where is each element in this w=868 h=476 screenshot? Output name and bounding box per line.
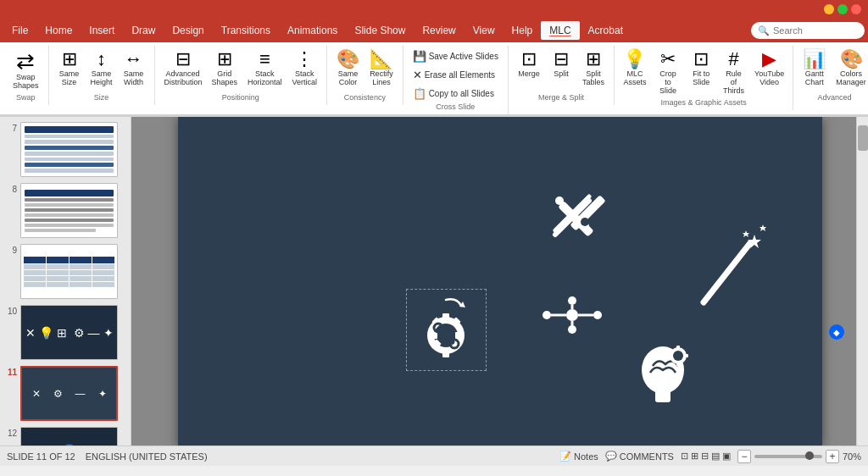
gantt-chart-button[interactable]: 📊 GanttChart: [798, 47, 830, 90]
erase-all-elements-button[interactable]: ✕ Erase all Elements: [409, 66, 503, 84]
fit-to-slide-button[interactable]: ⊡ Fit toSlide: [686, 47, 716, 90]
same-color-button[interactable]: 🎨 SameColor: [332, 47, 364, 90]
svg-point-8: [566, 309, 578, 321]
slide-canvas: [178, 117, 822, 446]
copy-to-all-slides-button[interactable]: 📋 Copy to all Slides: [409, 85, 503, 102]
zoom-in-button[interactable]: +: [826, 450, 839, 463]
ribbon-group-merge-split: ⊡ Merge ⊟ Split ⊞ SplitTables Merge & Sp…: [509, 46, 615, 105]
pencil-cross-icon[interactable]: [551, 188, 619, 257]
presenter-view-button[interactable]: ▣: [722, 451, 731, 462]
stack-vertical-button[interactable]: ⋮ StackVertical: [288, 47, 322, 90]
reading-view-button[interactable]: ▤: [711, 451, 720, 462]
consistency-group-label: Consistency: [344, 93, 386, 103]
split-tables-icon: ⊞: [586, 50, 601, 69]
cross-slide-group-label: Cross Slide: [436, 102, 475, 113]
svg-point-7: [542, 311, 551, 319]
connector-icon[interactable]: [542, 294, 602, 338]
zoom-out-button[interactable]: −: [737, 450, 751, 463]
menu-acrobat[interactable]: Acrobat: [580, 21, 632, 40]
search-box[interactable]: 🔍: [751, 22, 865, 39]
svg-rect-20: [442, 351, 449, 357]
gear-wrench-icon[interactable]: [407, 290, 486, 370]
grid-shapes-button[interactable]: ⊞ GridShapes: [208, 47, 242, 90]
youtube-video-button[interactable]: ▶ YouTubeVideo: [751, 47, 787, 90]
erase-icon: ✕: [413, 69, 422, 81]
menu-home[interactable]: Home: [36, 21, 81, 40]
slide-thumb-8[interactable]: 8: [3, 181, 127, 240]
svg-rect-37: [676, 346, 680, 349]
slide-thumb-11[interactable]: 11 ✕ ⚙ — ✦: [3, 364, 127, 423]
close-button[interactable]: [851, 4, 861, 14]
zoom-controls: − + 70%: [737, 450, 861, 463]
brain-head-icon[interactable]: [632, 340, 695, 410]
mlc-assets-icon: 💡: [623, 50, 646, 69]
stack-horizontal-button[interactable]: ≡ StackHorizontal: [243, 47, 287, 90]
menu-mlc[interactable]: MLC: [541, 21, 579, 40]
menu-help[interactable]: Help: [504, 21, 542, 40]
vertical-scrollbar[interactable]: [856, 117, 868, 446]
crop-to-slide-button[interactable]: ✂ Cropto Slide: [652, 47, 684, 98]
menu-view[interactable]: View: [465, 21, 504, 40]
svg-point-12: [568, 296, 576, 305]
search-input[interactable]: [773, 25, 858, 36]
menu-design[interactable]: Design: [164, 21, 212, 40]
menu-review[interactable]: Review: [414, 21, 464, 40]
slide-thumb-9[interactable]: 9: [3, 242, 127, 301]
menu-animations[interactable]: Animations: [279, 21, 346, 40]
main-area: 7 8: [0, 117, 868, 446]
swap-shapes-button[interactable]: ⇄ SwapShapes: [8, 47, 43, 93]
stack-vertical-icon: ⋮: [295, 50, 314, 69]
outline-view-button[interactable]: ⊞: [691, 451, 698, 462]
slide-num-9: 9: [5, 244, 17, 255]
same-height-button[interactable]: ↕ SameHeight: [86, 47, 117, 90]
slide-sorter-button[interactable]: ⊟: [701, 451, 709, 462]
merge-button[interactable]: ⊡ Merge: [514, 47, 544, 81]
same-height-icon: ↕: [97, 50, 106, 69]
canvas-area[interactable]: ◆: [131, 117, 868, 446]
menu-insert[interactable]: Insert: [81, 21, 123, 40]
zoom-slider[interactable]: [754, 455, 822, 458]
zoom-level: 70%: [843, 451, 861, 462]
dropbox-icon: ◆: [833, 328, 840, 337]
svg-rect-40: [685, 354, 688, 357]
slide-num-10: 10: [5, 305, 17, 316]
same-size-button[interactable]: ⊞ SameSize: [54, 47, 85, 90]
advanced-distribution-button[interactable]: ⊟ AdvancedDistribution: [160, 47, 206, 90]
slide-panel[interactable]: 7 8: [0, 117, 131, 446]
menu-slideshow[interactable]: Slide Show: [346, 21, 414, 40]
search-icon: 🔍: [758, 25, 770, 36]
minimize-button[interactable]: [824, 4, 834, 14]
menu-transitions[interactable]: Transitions: [213, 21, 279, 40]
slide-thumb-12[interactable]: 12 👤: [3, 425, 127, 446]
split-icon: ⊟: [554, 50, 569, 69]
split-tables-button[interactable]: ⊞ SplitTables: [578, 47, 609, 90]
ribbon-group-consistency-buttons: 🎨 SameColor 📐 RectifyLines: [332, 47, 398, 93]
notes-button[interactable]: 📝 Notes: [559, 451, 598, 462]
cross-slide-buttons: 💾 Save Active Slides ✕ Erase all Element…: [409, 47, 503, 102]
ribbon-group-swap-buttons: ⇄ SwapShapes: [8, 47, 43, 93]
scrollbar-thumb[interactable]: [858, 125, 868, 151]
save-active-slides-button[interactable]: 💾 Save Active Slides: [409, 47, 503, 65]
maximize-button[interactable]: [837, 4, 848, 14]
mlc-assets-button[interactable]: 💡 MLCAssets: [620, 47, 650, 90]
slide-thumb-10[interactable]: 10 ✕ 💡 ⊞ ⚙ — ✦: [3, 303, 127, 362]
slide-num-8: 8: [5, 183, 17, 194]
split-button[interactable]: ⊟ Split: [546, 47, 576, 81]
normal-view-button[interactable]: ⊡: [681, 451, 688, 462]
comments-button[interactable]: 💬 COMMENTS: [605, 451, 674, 462]
youtube-icon: ▶: [762, 50, 776, 69]
fit-to-slide-icon: ⊡: [693, 50, 709, 69]
ribbon-group-consistency: 🎨 SameColor 📐 RectifyLines Consistency: [327, 46, 403, 105]
menu-draw[interactable]: Draw: [123, 21, 164, 40]
slide-thumb-7[interactable]: 7: [3, 120, 127, 179]
rectify-lines-button[interactable]: 📐 RectifyLines: [365, 47, 398, 90]
zoom-thumb[interactable]: [805, 451, 814, 460]
rule-of-thirds-button[interactable]: # Rule ofThirds: [718, 47, 749, 98]
menu-file[interactable]: File: [3, 21, 36, 40]
same-width-button[interactable]: ↔ SameWidth: [119, 47, 149, 90]
status-right-items: 📝 Notes 💬 COMMENTS ⊡ ⊞ ⊟ ▤ ▣ − + 70%: [559, 450, 861, 463]
colors-manager-button[interactable]: 🎨 ColorsManager: [832, 47, 868, 90]
dropbox-button[interactable]: ◆: [829, 324, 844, 340]
status-bar: SLIDE 11 OF 12 ENGLISH (UNITED STATES) 📝…: [0, 446, 868, 466]
wand-icon[interactable]: [687, 218, 771, 321]
